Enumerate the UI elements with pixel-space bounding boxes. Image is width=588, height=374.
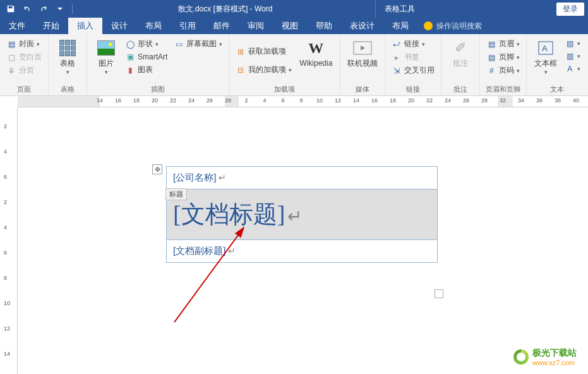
tab-home[interactable]: 开始	[34, 18, 68, 34]
wikipedia-icon: W	[306, 38, 326, 58]
chart-button[interactable]: ▮图表	[124, 64, 169, 76]
login-button[interactable]: 登录	[556, 3, 584, 16]
contextual-tab-label: 表格工具	[375, 0, 424, 18]
my-addins-button[interactable]: ⊟我的加载项▾	[234, 64, 293, 76]
page-break-button[interactable]: ⤋分页	[5, 64, 43, 76]
document-area[interactable]: ✥ [公司名称]↵ 标题 [文档标题]↵ [文档副标题]↵	[18, 107, 588, 374]
online-video-button[interactable]: 联机视频	[345, 37, 380, 83]
page-number-button[interactable]: #页码▾	[485, 64, 521, 76]
company-cell[interactable]: [公司名称]↵	[167, 167, 438, 190]
group-pages: ▤封面▾ ▢空白页 ⤋分页 页面	[0, 34, 49, 95]
table-icon	[57, 38, 78, 58]
title-cell[interactable]: 标题 [文档标题]↵	[167, 190, 438, 240]
cover-table[interactable]: [公司名称]↵ 标题 [文档标题]↵ [文档副标题]↵	[166, 166, 438, 263]
tab-references[interactable]: 引用	[171, 18, 205, 34]
pilcrow-icon: ↵	[219, 172, 226, 183]
footer-button[interactable]: ▤页脚▾	[485, 51, 521, 63]
smartart-icon: ▣	[125, 52, 135, 62]
save-icon[interactable]	[4, 2, 18, 16]
redo-icon[interactable]	[37, 2, 51, 16]
qat-customize-icon[interactable]	[53, 2, 67, 16]
smartart-button[interactable]: ▣SmartArt	[124, 51, 169, 63]
cover-page-icon: ▤	[6, 39, 16, 49]
video-icon	[352, 38, 373, 58]
ruler-vertical[interactable]: 2462468101214	[0, 107, 18, 374]
tab-help[interactable]: 帮助	[307, 18, 341, 34]
tab-view[interactable]: 视图	[273, 18, 307, 34]
addins-icon: ⊟	[236, 65, 246, 75]
group-links: ⮐链接▾ ▸书签 ⇲交叉引用 链接	[385, 34, 441, 95]
cell-tag: 标题	[165, 188, 187, 200]
shapes-icon: ◯	[125, 39, 135, 49]
comment-icon: ✐	[450, 38, 471, 58]
get-addins-button[interactable]: ⊞获取加载项	[234, 45, 293, 57]
watermark: 极光下载站 www.xz7.com	[513, 347, 577, 366]
cover-page-button[interactable]: ▤封面▾	[5, 38, 43, 50]
tab-design[interactable]: 设计	[102, 18, 136, 34]
table-resize-handle[interactable]	[435, 289, 443, 298]
pagenum-icon: #	[486, 66, 496, 76]
page-break-icon: ⤋	[6, 66, 16, 76]
group-text: A 文本框▾ ▤▾ ▥▾ A▾ 文本	[527, 34, 587, 95]
crossref-icon: ⇲	[392, 66, 402, 76]
screenshot-button[interactable]: ▭屏幕截图▾	[172, 38, 224, 50]
crossref-button[interactable]: ⇲交叉引用	[390, 64, 436, 76]
table-button[interactable]: 表格▾	[54, 37, 81, 83]
screenshot-icon: ▭	[174, 39, 184, 49]
wikipedia-button[interactable]: W Wikipedia	[297, 37, 335, 83]
footer-icon: ▤	[486, 52, 496, 63]
comment-button[interactable]: ✐ 批注	[447, 37, 474, 83]
table-move-handle[interactable]: ✥	[152, 164, 162, 174]
ruler-horizontal[interactable]: 1416182022242628246810121416182022242628…	[18, 96, 588, 107]
tab-review[interactable]: 审阅	[239, 18, 273, 34]
bookmark-button[interactable]: ▸书签	[390, 51, 436, 63]
text-dd3[interactable]: A▾	[563, 63, 582, 75]
tab-file[interactable]: 文件	[0, 18, 34, 34]
doc-title[interactable]: [文档标题]	[173, 201, 285, 227]
header-button[interactable]: ▤页眉▾	[485, 38, 521, 50]
group-comments: ✐ 批注 批注	[441, 34, 480, 95]
textbox-icon: A	[536, 38, 556, 58]
link-button[interactable]: ⮐链接▾	[390, 38, 436, 50]
group-illustrations: 图片▾ ◯形状▾ ▣SmartArt ▮图表 ▭屏幕截图▾ 插图	[87, 34, 229, 95]
group-header-footer: ▤页眉▾ ▤页脚▾ #页码▾ 页眉和页脚	[480, 34, 527, 95]
pictures-button[interactable]: 图片▾	[92, 37, 120, 83]
tab-layout[interactable]: 布局	[136, 18, 171, 34]
tab-table-design[interactable]: 表设计	[341, 18, 383, 34]
pilcrow-icon: ↵	[287, 207, 302, 226]
group-media: 联机视频 媒体	[340, 34, 385, 95]
tab-table-layout[interactable]: 布局	[383, 18, 417, 34]
group-tables: 表格▾ 表格	[49, 34, 87, 95]
tab-mailings[interactable]: 邮件	[205, 18, 239, 34]
undo-icon[interactable]	[20, 2, 34, 16]
text-dd2[interactable]: ▥▾	[563, 51, 582, 62]
group-addins: ⊞获取加载项 ⊟我的加载项▾ W Wikipedia 加载项	[229, 34, 340, 95]
tell-me-search[interactable]: 操作说明搜索	[417, 18, 488, 34]
bookmark-icon: ▸	[392, 52, 402, 63]
store-icon: ⊞	[236, 47, 246, 57]
chart-icon: ▮	[125, 65, 135, 75]
svg-text:A: A	[542, 44, 548, 53]
header-icon: ▤	[486, 39, 496, 49]
text-dd1[interactable]: ▤▾	[563, 38, 582, 49]
picture-icon	[96, 38, 116, 58]
tab-insert[interactable]: 插入	[68, 18, 102, 34]
watermark-logo-icon	[513, 349, 529, 365]
blank-page-icon: ▢	[6, 52, 16, 63]
link-icon: ⮐	[392, 39, 402, 49]
window-title: 散文.docx [兼容模式] - Word	[75, 4, 375, 15]
shapes-button[interactable]: ◯形状▾	[124, 38, 169, 50]
textbox-button[interactable]: A 文本框▾	[532, 37, 560, 83]
pilcrow-icon: ↵	[228, 246, 236, 256]
bulb-icon	[424, 21, 433, 30]
subtitle-cell[interactable]: [文档副标题]↵	[167, 240, 438, 263]
blank-page-button[interactable]: ▢空白页	[5, 51, 43, 63]
